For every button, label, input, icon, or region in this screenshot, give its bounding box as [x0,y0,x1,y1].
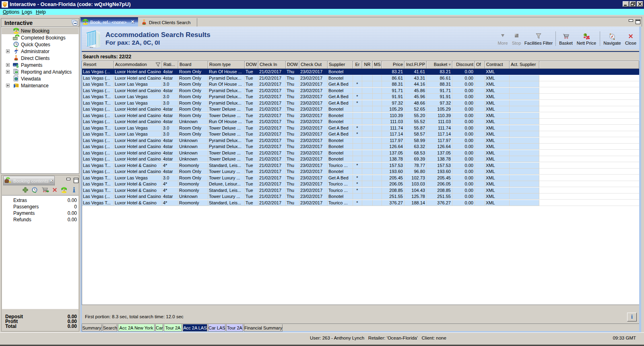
svg-text:$: $ [16,64,19,68]
